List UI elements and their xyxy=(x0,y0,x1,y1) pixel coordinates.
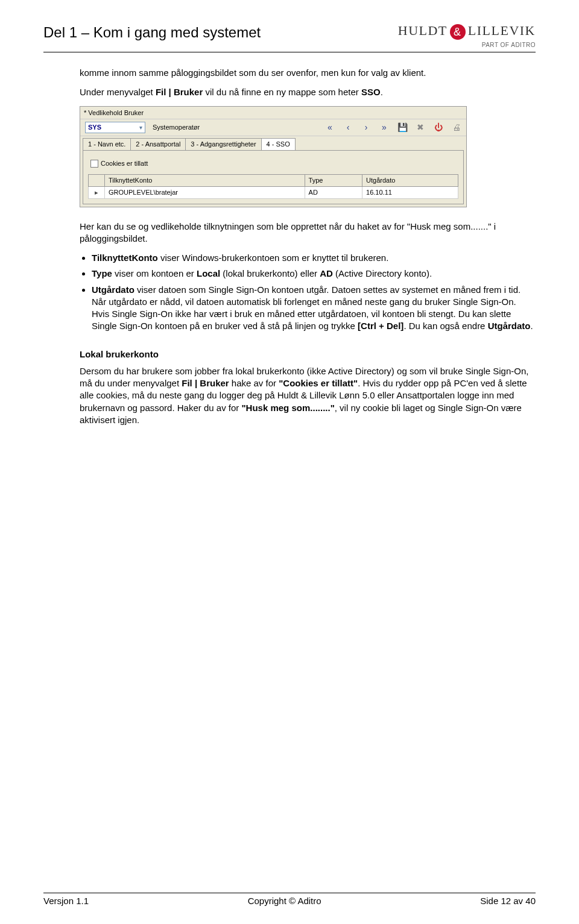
tab-navn[interactable]: 1 - Navn etc. xyxy=(83,138,131,150)
brand-logo: HULDT&LILLEVIK PART OF ADITRO xyxy=(398,24,536,48)
para-after-app: Her kan du se og vedlikeholde tilknytnin… xyxy=(80,221,536,245)
section-lokal-brukerkonto: Lokal brukerkonto xyxy=(80,348,536,360)
footer-version: Versjon 1.1 xyxy=(43,896,89,906)
tab-bar: 1 - Navn etc. 2 - Ansattportal 3 - Adgan… xyxy=(80,136,466,150)
role-label: Systemoperatør xyxy=(153,123,200,132)
tab-ansattportal[interactable]: 2 - Ansattportal xyxy=(130,138,186,150)
close-icon[interactable]: ⏻ xyxy=(434,122,443,133)
page-title: Del 1 – Kom i gang med systemet xyxy=(43,24,261,41)
table-row[interactable]: ▸ GROUPLEVEL\bratejar AD 16.10.11 xyxy=(89,186,458,198)
cookies-checkbox[interactable]: Cookies er tillatt xyxy=(90,159,458,168)
prev-icon[interactable]: ‹ xyxy=(343,122,353,133)
cell-date: 16.10.11 xyxy=(362,186,458,198)
footer-page: Side 12 av 40 xyxy=(480,896,536,906)
tab-sso[interactable]: 4 - SSO xyxy=(261,138,296,150)
delete-icon[interactable]: ✖ xyxy=(416,122,425,133)
print-icon[interactable]: 🖨 xyxy=(452,122,461,133)
app-window: * Vedlikehold Bruker SYS ▾ Systemoperatø… xyxy=(80,106,467,207)
page-header: Del 1 – Kom i gang med systemet HULDT&LI… xyxy=(43,24,536,52)
col-date: Utgårdato xyxy=(362,174,458,186)
toolbar: SYS ▾ Systemoperatør « ‹ › » 💾 ✖ ⏻ 🖨 xyxy=(80,119,466,136)
cell-type: AD xyxy=(305,186,362,198)
combo-value: SYS xyxy=(88,123,101,132)
tab-panel-sso: Cookies er tillatt TilknyttetKonto Type … xyxy=(83,150,464,204)
para-lokal: Dersom du har brukere som jobber fra lok… xyxy=(80,365,536,426)
col-marker xyxy=(89,174,105,186)
para-intro: komme innom samme påloggingsbildet som d… xyxy=(80,67,536,79)
row-pointer-icon: ▸ xyxy=(89,186,105,198)
cell-account: GROUPLEVEL\bratejar xyxy=(105,186,305,198)
window-title: * Vedlikehold Bruker xyxy=(80,107,466,119)
bullet-type: Type viser om kontoen er Local (lokal br… xyxy=(92,268,536,280)
sso-table: TilknyttetKonto Type Utgårdato ▸ GROUPLE… xyxy=(88,174,458,199)
logo-ampersand-icon: & xyxy=(450,24,466,40)
bullet-utgardato: Utgårdato viser datoen som Single Sign-O… xyxy=(92,284,536,333)
para-menu: Under menyvalget Fil | Bruker vil du nå … xyxy=(80,86,536,98)
logo-subtitle: PART OF ADITRO xyxy=(398,42,536,48)
bullet-list: TilknyttetKonto viser Windows-brukerkont… xyxy=(80,252,536,333)
page-footer: Versjon 1.1 Copyright © Aditro Side 12 a… xyxy=(43,893,536,906)
footer-copyright: Copyright © Aditro xyxy=(248,896,321,906)
checkbox-label: Cookies er tillatt xyxy=(101,159,148,168)
tab-adgang[interactable]: 3 - Adgangsrettigheter xyxy=(185,138,261,150)
col-account: TilknyttetKonto xyxy=(105,174,305,186)
bullet-tilknyttetkonto: TilknyttetKonto viser Windows-brukerkont… xyxy=(92,252,536,264)
user-combo[interactable]: SYS ▾ xyxy=(85,122,145,133)
checkbox-icon xyxy=(90,160,98,168)
first-icon[interactable]: « xyxy=(325,122,335,133)
logo-text-right: LILLEVIK xyxy=(468,23,536,38)
next-icon[interactable]: › xyxy=(361,122,371,133)
col-type: Type xyxy=(305,174,362,186)
save-icon[interactable]: 💾 xyxy=(397,122,407,133)
logo-text-left: HULDT xyxy=(398,23,448,38)
last-icon[interactable]: » xyxy=(379,122,389,133)
chevron-down-icon: ▾ xyxy=(139,124,142,132)
